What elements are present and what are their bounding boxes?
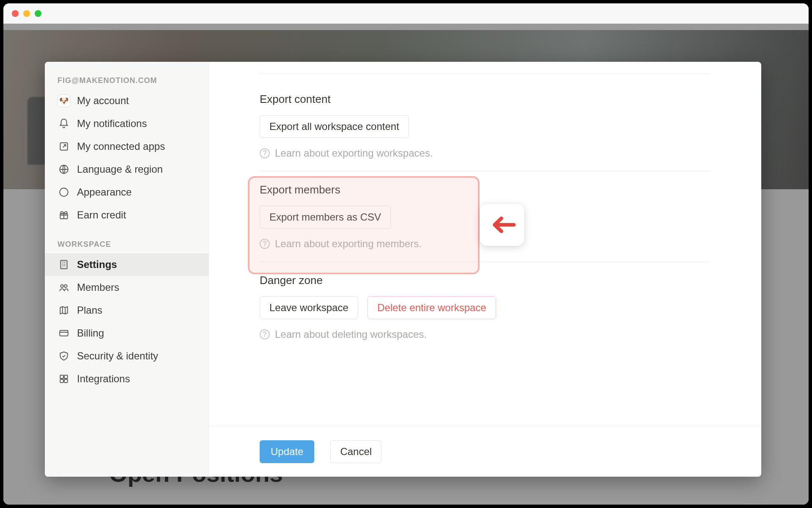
sidebar-item-label: Settings bbox=[77, 259, 117, 271]
section-danger-zone: Danger zone Leave workspace Delete entir… bbox=[260, 262, 710, 352]
sidebar-item-label: Billing bbox=[77, 327, 104, 339]
svg-point-2 bbox=[60, 188, 68, 196]
gift-icon bbox=[58, 209, 70, 221]
grid-icon bbox=[58, 373, 70, 385]
titlebar bbox=[3, 3, 809, 24]
cancel-button[interactable]: Cancel bbox=[330, 440, 381, 463]
help-link-export-workspaces[interactable]: ? Learn about exporting workspaces. bbox=[260, 147, 710, 159]
section-title: Export members bbox=[260, 183, 710, 196]
section-export-content: Export content Export all workspace cont… bbox=[260, 74, 710, 171]
svg-point-5 bbox=[60, 285, 63, 288]
page-background: Open Positions FIG@MAKENOTION.COM 🐶 My a… bbox=[3, 24, 809, 505]
sidebar-item-my-account[interactable]: 🐶 My account bbox=[45, 89, 208, 112]
section-export-members: Export members Export members as CSV ? L… bbox=[260, 171, 710, 262]
sidebar-item-label: Plans bbox=[77, 304, 102, 316]
sidebar-item-my-notifications[interactable]: My notifications bbox=[45, 112, 208, 135]
window-close-icon[interactable] bbox=[12, 10, 19, 17]
delete-workspace-button[interactable]: Delete entire workspace bbox=[368, 296, 496, 319]
sidebar-item-security[interactable]: Security & identity bbox=[45, 345, 208, 367]
svg-rect-10 bbox=[60, 379, 63, 383]
svg-rect-11 bbox=[64, 379, 68, 383]
app-window: Open Positions FIG@MAKENOTION.COM 🐶 My a… bbox=[3, 3, 809, 505]
shield-icon bbox=[58, 350, 70, 362]
bell-icon bbox=[58, 117, 70, 130]
sidebar-item-appearance[interactable]: Appearance bbox=[45, 181, 208, 204]
section-title: Danger zone bbox=[260, 274, 710, 287]
sidebar-item-label: Integrations bbox=[77, 373, 130, 385]
svg-rect-4 bbox=[60, 260, 67, 269]
sidebar-item-label: Appearance bbox=[77, 186, 132, 198]
window-minimize-icon[interactable] bbox=[23, 10, 30, 17]
help-icon: ? bbox=[260, 148, 270, 158]
svg-rect-7 bbox=[60, 331, 68, 336]
sidebar-item-label: Language & region bbox=[77, 163, 163, 175]
sidebar-item-billing[interactable]: Billing bbox=[45, 322, 208, 345]
settings-sidebar: FIG@MAKENOTION.COM 🐶 My account My notif… bbox=[45, 62, 209, 477]
export-members-csv-button[interactable]: Export members as CSV bbox=[260, 206, 391, 229]
svg-rect-8 bbox=[60, 375, 63, 378]
help-text: Learn about deleting workspaces. bbox=[275, 329, 427, 340]
svg-point-6 bbox=[64, 285, 67, 288]
settings-scroll-area: Export content Export all workspace cont… bbox=[209, 62, 761, 426]
help-link-delete-workspaces[interactable]: ? Learn about deleting workspaces. bbox=[260, 329, 710, 340]
settings-dialog: FIG@MAKENOTION.COM 🐶 My account My notif… bbox=[45, 62, 761, 477]
window-zoom-icon[interactable] bbox=[35, 10, 41, 17]
external-link-icon bbox=[58, 140, 70, 153]
sidebar-item-earn-credit[interactable]: Earn credit bbox=[45, 204, 208, 226]
help-link-export-members[interactable]: ? Learn about exporting members. bbox=[260, 238, 710, 250]
section-title: Export content bbox=[260, 93, 710, 106]
leave-workspace-button[interactable]: Leave workspace bbox=[260, 296, 358, 319]
export-all-content-button[interactable]: Export all workspace content bbox=[260, 115, 409, 138]
sidebar-item-integrations[interactable]: Integrations bbox=[45, 367, 208, 390]
sidebar-item-language-region[interactable]: Language & region bbox=[45, 158, 208, 181]
sidebar-item-label: My notifications bbox=[77, 118, 147, 130]
help-text: Learn about exporting workspaces. bbox=[275, 147, 433, 159]
sidebar-item-label: My connected apps bbox=[77, 141, 165, 152]
credit-card-icon bbox=[58, 327, 70, 340]
dialog-footer: Update Cancel bbox=[209, 426, 761, 477]
sidebar-item-label: My account bbox=[77, 95, 129, 107]
globe-icon bbox=[58, 163, 70, 176]
help-icon: ? bbox=[260, 329, 270, 340]
sidebar-item-label: Members bbox=[77, 282, 119, 293]
building-icon bbox=[58, 258, 70, 271]
people-icon bbox=[58, 281, 70, 294]
sidebar-heading-workspace: WORKSPACE bbox=[45, 234, 208, 253]
svg-rect-9 bbox=[64, 375, 68, 378]
moon-icon bbox=[58, 186, 70, 199]
sidebar-item-label: Security & identity bbox=[77, 350, 158, 362]
sidebar-item-connected-apps[interactable]: My connected apps bbox=[45, 135, 208, 158]
sidebar-item-plans[interactable]: Plans bbox=[45, 299, 208, 322]
update-button[interactable]: Update bbox=[260, 440, 314, 463]
map-icon bbox=[58, 304, 70, 317]
avatar-icon: 🐶 bbox=[58, 94, 70, 107]
sidebar-heading-account: FIG@MAKENOTION.COM bbox=[45, 70, 208, 89]
help-text: Learn about exporting members. bbox=[275, 238, 422, 250]
help-icon: ? bbox=[260, 239, 270, 249]
sidebar-item-settings[interactable]: Settings bbox=[45, 253, 208, 276]
sidebar-item-members[interactable]: Members bbox=[45, 276, 208, 299]
sidebar-item-label: Earn credit bbox=[77, 209, 126, 221]
settings-content: Export content Export all workspace cont… bbox=[209, 62, 761, 477]
